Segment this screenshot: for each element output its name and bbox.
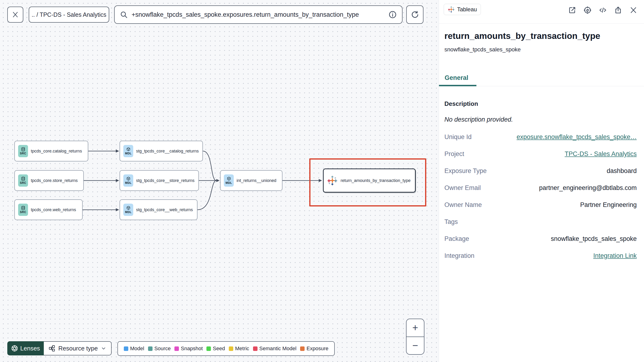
exposure-color-chip — [300, 346, 304, 351]
close-panel-button[interactable] — [629, 6, 638, 15]
field-owner-name: Owner Name Partner Engineering — [444, 196, 637, 213]
cube-icon — [126, 176, 131, 181]
source-badge: SRC — [18, 174, 28, 187]
source-badge: SRC — [18, 145, 28, 157]
explore-button[interactable] — [583, 6, 592, 15]
chevron-down-icon — [101, 345, 106, 351]
refresh-icon — [410, 10, 420, 19]
lenses-label: Lenses — [20, 345, 40, 352]
source-color-chip — [148, 346, 152, 351]
open-external-button[interactable] — [568, 6, 577, 15]
metric-color-chip — [229, 346, 233, 351]
share-icon — [614, 6, 622, 14]
details-panel: Tableau — [439, 0, 644, 362]
zoom-in-button[interactable]: + — [406, 319, 424, 337]
legend-item-seed: Seed — [206, 345, 225, 352]
model-badge: MDL — [123, 204, 133, 216]
panel-tabbar: General — [439, 71, 644, 86]
lenses-button[interactable]: Lenses — [7, 341, 44, 355]
refresh-button[interactable] — [406, 6, 424, 24]
description-empty-text: No description provided. — [444, 116, 513, 123]
lineage-node-source-web-returns[interactable]: SRC tpcds_core.web_returns — [14, 199, 82, 220]
hierarchy-icon — [48, 345, 56, 352]
field-unique-id: Unique Id exposure.snowflake_tpcds_sales… — [444, 128, 637, 145]
field-project: Project TPC-DS - Sales Analytics — [444, 145, 637, 162]
field-tags: Tags — [444, 213, 637, 230]
canvas-zoom-controls: + − — [406, 319, 424, 355]
detail-fields: Unique Id exposure.snowflake_tpcds_sales… — [444, 128, 637, 264]
cube-icon — [126, 206, 131, 210]
compass-icon — [584, 6, 592, 14]
close-icon — [630, 6, 638, 14]
legend-item-model: Model — [124, 345, 144, 352]
legend-item-source: Source — [148, 345, 171, 352]
integration-link[interactable]: Integration Link — [593, 252, 637, 259]
field-owner-email: Owner Email partner_engineering@dbtlabs.… — [444, 179, 637, 196]
panel-action-buttons — [568, 6, 638, 15]
lineage-node-int-returns-unioned[interactable]: MDL int_returns__unioned — [220, 170, 282, 191]
field-integration: Integration Integration Link — [444, 247, 637, 264]
database-icon — [21, 206, 26, 210]
tableau-badge[interactable]: Tableau — [444, 4, 481, 15]
resource-type-dropdown[interactable]: Resource type — [44, 341, 112, 355]
search-input[interactable] — [131, 11, 385, 19]
field-exposure-type: Exposure Type dashboard — [444, 162, 637, 179]
close-icon — [12, 11, 19, 18]
lineage-node-exposure-selected[interactable]: return_amounts_by_transaction_type — [323, 168, 416, 193]
lineage-node-stg-web-returns[interactable]: MDL stg_tpcds_core__web_returns — [120, 199, 198, 220]
lineage-node-source-catalog-returns[interactable]: SRC tpcds_core.catalog_returns — [14, 141, 88, 161]
search-icon — [120, 11, 128, 19]
snapshot-color-chip — [174, 346, 179, 351]
resource-title: return_amounts_by_transaction_type — [444, 31, 600, 41]
legend-item-exposure: Exposure — [300, 345, 328, 352]
lineage-node-source-store-returns[interactable]: SRC tpcds_core.store_returns — [14, 170, 84, 191]
info-icon[interactable] — [388, 10, 397, 19]
tableau-icon — [448, 6, 455, 13]
legend-item-semantic-model: Semantic Model — [253, 345, 296, 352]
share-button[interactable] — [614, 6, 622, 15]
legend-item-snapshot: Snapshot — [174, 345, 203, 352]
close-lineage-button[interactable] — [7, 7, 23, 23]
external-link-icon — [568, 6, 576, 14]
database-icon — [21, 176, 26, 181]
code-icon — [599, 6, 607, 14]
lineage-canvas[interactable]: .. / TPC-DS - Sales Analytics — [0, 0, 439, 362]
legend-item-metric: Metric — [229, 345, 249, 352]
view-code-button[interactable] — [598, 6, 607, 15]
tab-general[interactable]: General — [439, 71, 476, 86]
details-panel-header: Tableau — [439, 0, 644, 24]
source-badge: SRC — [18, 204, 28, 216]
lenses-toolbar: Lenses Resource type — [7, 341, 112, 355]
semantic-model-color-chip — [253, 346, 258, 351]
resource-type-legend: Model Source Snapshot Seed Metric Semant… — [118, 341, 335, 356]
database-icon — [21, 147, 26, 151]
breadcrumb[interactable]: .. / TPC-DS - Sales Analytics — [29, 7, 109, 23]
cube-icon — [227, 176, 231, 181]
dbt-explorer-window: .. / TPC-DS - Sales Analytics — [0, 0, 644, 362]
model-color-chip — [124, 346, 128, 351]
field-package: Package snowflake_tpcds_sales_spoke — [444, 230, 637, 247]
model-badge: MDL — [123, 145, 133, 157]
resource-package-subtitle: snowflake_tpcds_sales_spoke — [444, 46, 521, 53]
seed-color-chip — [206, 346, 211, 351]
zoom-out-button[interactable]: − — [406, 337, 424, 354]
cube-icon — [126, 147, 131, 151]
project-link[interactable]: TPC-DS - Sales Analytics — [565, 150, 637, 158]
lineage-node-stg-store-returns[interactable]: MDL stg_tpcds_core__store_returns — [120, 170, 199, 191]
aperture-icon — [11, 345, 18, 352]
breadcrumb-label: .. / TPC-DS - Sales Analytics — [32, 11, 106, 18]
unique-id-link[interactable]: exposure.snowflake_tpcds_sales_spoke… — [517, 133, 637, 141]
resource-type-label: Resource type — [58, 345, 98, 352]
tableau-badge-label: Tableau — [457, 6, 477, 13]
lineage-search[interactable] — [114, 6, 402, 24]
tableau-icon — [327, 175, 338, 186]
lineage-node-stg-catalog-returns[interactable]: MDL stg_tpcds_core__catalog_returns — [120, 141, 203, 161]
model-badge: MDL — [224, 174, 234, 187]
description-heading: Description — [444, 100, 478, 107]
model-badge: MDL — [123, 174, 133, 187]
